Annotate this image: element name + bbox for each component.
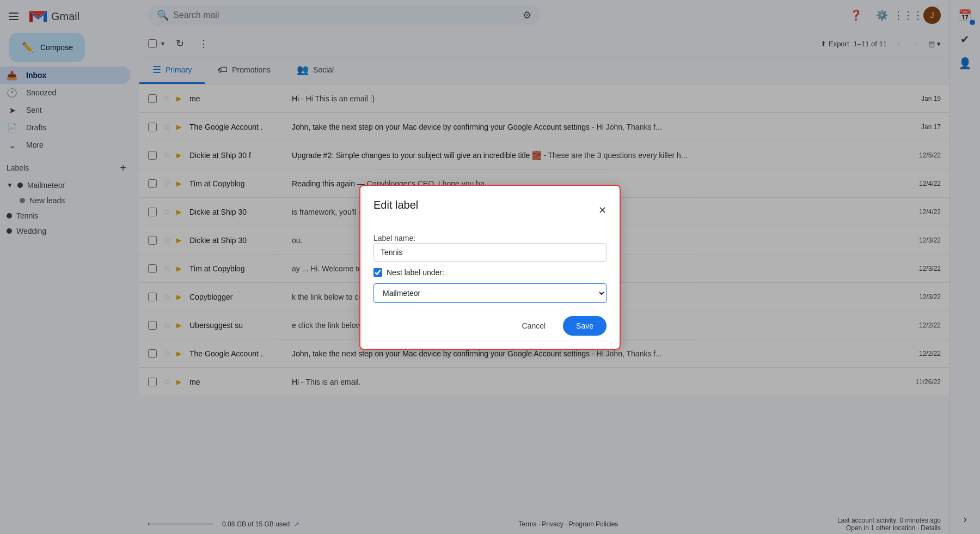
modal-close-button[interactable]: ✕ (598, 204, 607, 216)
label-name-label: Label name: (373, 234, 415, 242)
modal-overlay[interactable]: Edit label ✕ Label name: Nest label unde… (0, 0, 980, 534)
modal-title: Edit label (373, 199, 418, 211)
modal-footer: Cancel Save (373, 316, 607, 336)
label-name-section: Label name: (373, 233, 607, 262)
edit-label-modal: Edit label ✕ Label name: Nest label unde… (359, 185, 621, 350)
modal-header: Edit label ✕ (373, 199, 607, 222)
nest-label-text[interactable]: Nest label under: (387, 268, 444, 277)
nest-label-checkbox[interactable] (373, 268, 382, 277)
label-name-input[interactable] (373, 243, 607, 262)
nest-label-select[interactable]: Mailmeteor New leads Tennis Wedding (373, 283, 607, 303)
save-button[interactable]: Save (563, 316, 607, 336)
nest-label-row: Nest label under: (373, 268, 607, 277)
cancel-button[interactable]: Cancel (511, 316, 556, 336)
